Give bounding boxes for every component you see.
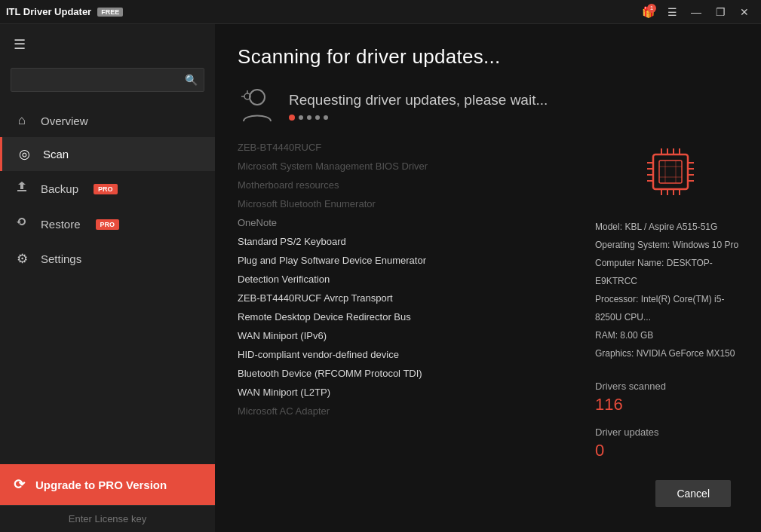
restore-button[interactable]: ❐: [710, 2, 731, 23]
driver-list-item: Bluetooth Device (RFCOMM Protocol TDI): [238, 364, 557, 383]
sidebar-item-restore[interactable]: Restore PRO: [0, 206, 215, 242]
scan-person-icon: [238, 87, 277, 126]
backup-label: Backup: [41, 182, 78, 195]
driver-list-item: HID-compliant vendor-defined device: [238, 345, 557, 364]
backup-pro-badge: PRO: [94, 184, 118, 194]
scan-label: Scan: [43, 148, 69, 161]
cancel-button[interactable]: Cancel: [655, 480, 731, 507]
content-header: Scanning for driver updates...: [215, 24, 761, 81]
overview-icon: ⌂: [14, 113, 30, 128]
upgrade-label: Upgrade to PRO Version: [35, 478, 167, 491]
os-value: Windows 10 Pro: [673, 240, 738, 250]
scan-dots: [289, 115, 738, 121]
app-logo: ITL Driver Updater: [6, 6, 91, 17]
svg-rect-3: [653, 154, 688, 189]
dot-4: [315, 115, 320, 120]
version-badge: FREE: [97, 8, 123, 17]
sidebar-item-backup[interactable]: Backup PRO: [0, 171, 215, 206]
license-key-input[interactable]: [0, 505, 215, 532]
ram-info: RAM: 8.00 GB: [595, 326, 746, 344]
driver-list-item: Standard PS/2 Keyboard: [238, 232, 557, 251]
scan-icon: ◎: [16, 146, 32, 162]
sidebar-item-overview[interactable]: ⌂ Overview: [0, 104, 215, 137]
dot-1: [289, 115, 295, 121]
overview-label: Overview: [41, 115, 88, 127]
sidebar-nav: ⌂ Overview ◎ Scan Backup PRO: [0, 104, 215, 276]
search-input[interactable]: [17, 75, 185, 86]
close-button[interactable]: ✕: [734, 2, 755, 23]
sidebar-item-settings[interactable]: ⚙ Settings: [0, 242, 215, 276]
driver-list-item: Microsoft AC Adapter: [238, 402, 557, 420]
cpu-icon-container: [595, 138, 746, 206]
computer-label: Computer Name:: [595, 258, 664, 268]
upgrade-button[interactable]: ⟳ Upgrade to PRO Version: [0, 464, 215, 505]
scan-message: Requesting driver updates, please wait..…: [289, 92, 738, 121]
restore-label: Restore: [41, 218, 81, 231]
system-info: Model: KBL / Aspire A515-51G Operating S…: [595, 218, 746, 362]
driver-updates-value: 0: [595, 441, 746, 460]
driver-list-item: Remote Desktop Device Redirector Bus: [238, 307, 557, 326]
dot-5: [324, 115, 328, 120]
driver-list-item: Motherboard resources: [238, 176, 557, 194]
ram-label: RAM:: [595, 330, 618, 341]
drivers-scanned-value: 116: [595, 395, 746, 414]
content-area: Scanning for driver updates... Requestin…: [215, 24, 761, 532]
driver-list-item: ZEB-BT4440RUCF: [238, 138, 557, 157]
processor-info: Processor: Intel(R) Core(TM) i5-8250U CP…: [595, 290, 746, 326]
main-layout: ☰ 🔍 ⌂ Overview ◎ Scan Backup: [0, 24, 761, 532]
graphics-info: Graphics: NVIDIA GeForce MX150: [595, 344, 746, 362]
restore-icon: [14, 216, 30, 233]
os-label: Operating System:: [595, 240, 670, 250]
dot-3: [307, 115, 311, 120]
sidebar: ☰ 🔍 ⌂ Overview ◎ Scan Backup: [0, 24, 215, 532]
driver-list[interactable]: ZEB-BT4440RUCFMicrosoft System Managemen…: [215, 138, 580, 532]
driver-list-item: Detection Verification: [238, 270, 557, 289]
driver-list-item: ZEB-BT4440RUCF Avrcp Transport: [238, 289, 557, 307]
driver-list-item: WAN Miniport (L2TP): [238, 383, 557, 402]
driver-list-item: OneNote: [238, 213, 557, 232]
backup-icon: [14, 180, 30, 197]
search-box[interactable]: 🔍: [11, 68, 204, 92]
svg-rect-0: [17, 190, 26, 191]
model-info: Model: KBL / Aspire A515-51G: [595, 218, 746, 236]
minimize-button[interactable]: —: [686, 2, 707, 23]
driver-list-item: WAN Miniport (IPv6): [238, 326, 557, 345]
os-info: Operating System: Windows 10 Pro: [595, 236, 746, 254]
restore-pro-badge: PRO: [96, 219, 120, 230]
driver-list-item: Microsoft Bluetooth Enumerator: [238, 194, 557, 213]
dot-2: [299, 115, 303, 120]
cancel-bar: Cancel: [595, 472, 746, 515]
cpu-icon: [637, 138, 704, 206]
settings-label: Settings: [41, 252, 81, 265]
sidebar-item-scan[interactable]: ◎ Scan: [0, 137, 215, 171]
sidebar-bottom: ⟳ Upgrade to PRO Version: [0, 464, 215, 532]
drivers-scanned-label: Drivers scanned: [595, 381, 746, 392]
scan-status-bar: Requesting driver updates, please wait..…: [215, 81, 761, 138]
content-body: ZEB-BT4440RUCFMicrosoft System Managemen…: [215, 138, 761, 532]
window-controls: 🎁 1 ☰ — ❐ ✕: [637, 2, 755, 23]
settings-icon: ⚙: [14, 251, 30, 267]
hamburger-menu-button[interactable]: ☰: [661, 2, 683, 23]
drivers-scanned-section: Drivers scanned 116: [595, 381, 746, 414]
driver-updates-label: Driver updates: [595, 427, 746, 438]
computer-info: Computer Name: DESKTOP-E9KTRCC: [595, 254, 746, 290]
graphics-value: NVIDIA GeForce MX150: [637, 348, 735, 359]
info-panel: Model: KBL / Aspire A515-51G Operating S…: [580, 138, 761, 532]
scan-message-text: Requesting driver updates, please wait..…: [289, 92, 738, 109]
model-value: KBL / Aspire A515-51G: [624, 222, 717, 232]
svg-point-1: [250, 90, 265, 105]
driver-updates-section: Driver updates 0: [595, 427, 746, 460]
ram-value: 8.00 GB: [620, 330, 653, 341]
processor-label: Processor:: [595, 294, 638, 304]
gift-count: 1: [647, 4, 656, 13]
driver-list-item: Plug and Play Software Device Enumerator: [238, 251, 557, 270]
model-label: Model:: [595, 222, 622, 232]
gift-button[interactable]: 🎁 1: [637, 2, 658, 23]
graphics-label: Graphics:: [595, 348, 634, 359]
sidebar-hamburger-icon[interactable]: ☰: [0, 24, 215, 65]
driver-list-item: Microsoft System Management BIOS Driver: [238, 157, 557, 176]
upgrade-icon: ⟳: [14, 476, 25, 493]
titlebar: ITL Driver Updater FREE 🎁 1 ☰ — ❐ ✕: [0, 0, 761, 24]
search-icon: 🔍: [185, 74, 198, 86]
svg-rect-4: [659, 161, 682, 183]
